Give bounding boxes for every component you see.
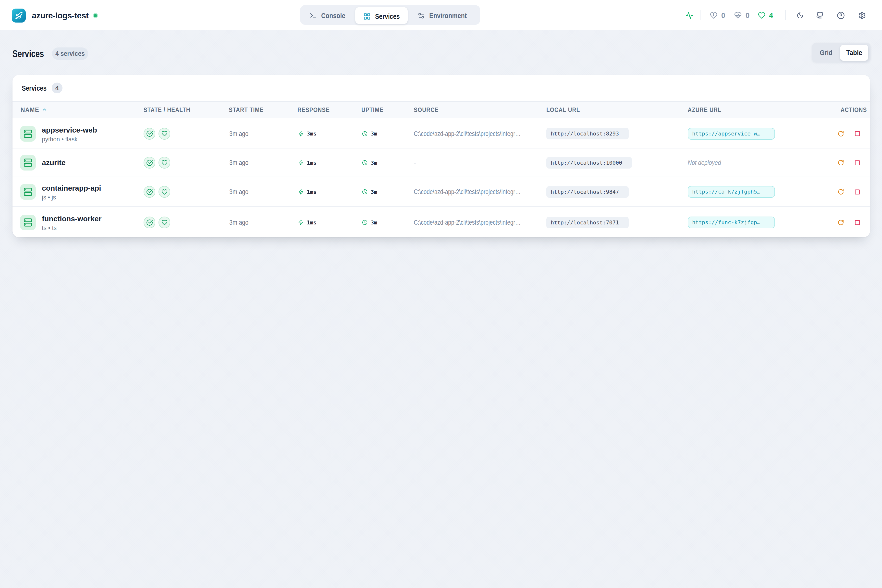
clock-icon [362, 220, 368, 225]
grid-view-button[interactable]: Grid [812, 48, 840, 57]
status-dot [93, 13, 98, 18]
server-icon [20, 214, 36, 230]
page-head: Services 4 services Grid Table [12, 43, 870, 63]
actions-cell [824, 219, 870, 226]
divider [786, 10, 786, 20]
state-running-icon [144, 128, 155, 140]
local-url-chip[interactable]: http://localhost:9847 [546, 186, 628, 198]
help-icon[interactable] [837, 12, 845, 20]
clock-icon [362, 131, 368, 136]
local-url-cell: http://localhost:8293 [546, 128, 688, 140]
stop-button[interactable] [854, 189, 861, 195]
uptime-value: 3m [370, 130, 377, 137]
azure-url-chip[interactable]: https://appservice-w… [688, 128, 775, 140]
response-value: 1ms [307, 189, 316, 195]
tab-label: Services [375, 12, 395, 21]
start-time-cell: 3m ago [229, 130, 297, 138]
service-name: functions-worker [42, 213, 101, 224]
stop-button[interactable] [854, 219, 861, 226]
local-url-chip[interactable]: http://localhost:10000 [546, 157, 632, 168]
column-header-actions: ACTIONS [824, 106, 870, 114]
page-title: Services [12, 48, 44, 59]
stop-button[interactable] [854, 160, 861, 166]
column-header-state[interactable]: STATE / HEALTH [144, 106, 229, 114]
local-url-cell: http://localhost:9847 [546, 186, 688, 198]
not-deployed-label: Not deployed [688, 159, 715, 166]
terminal-icon [309, 12, 317, 20]
restart-button[interactable] [838, 130, 844, 137]
column-header-start-time[interactable]: START TIME [229, 106, 297, 114]
table-view-button[interactable]: Table [840, 45, 868, 61]
column-header-name[interactable]: NAME [12, 106, 144, 114]
settings-icon[interactable] [858, 12, 866, 19]
activity-icon[interactable] [686, 12, 693, 19]
response-cell: 1ms [297, 160, 362, 166]
restart-button[interactable] [838, 219, 844, 226]
source-value: C:\code\azd-app-2\cli\tests\projects\int… [414, 130, 500, 138]
github-icon[interactable] [816, 12, 824, 19]
server-icon [20, 126, 36, 142]
response-value: 1ms [307, 160, 316, 166]
service-name: appservice-web [42, 125, 97, 135]
service-language-value: python • flask [42, 135, 75, 143]
start-time-value: 3m ago [230, 159, 245, 166]
view-toggle: Grid Table [812, 43, 871, 63]
tab-console[interactable]: Console [309, 5, 345, 25]
actions-cell [824, 130, 870, 137]
uptime-cell: 3m [362, 160, 414, 166]
tab-services[interactable]: Services [355, 7, 408, 24]
moon-icon[interactable] [797, 12, 804, 19]
sort-asc-icon [42, 107, 47, 112]
column-header-response[interactable]: RESPONSE [297, 106, 362, 114]
zap-icon [298, 220, 303, 225]
azure-url-chip[interactable]: https://func-k7zjfgp… [688, 217, 775, 228]
local-url-cell: http://localhost:10000 [546, 157, 688, 168]
service-name-cell: functions-worker ts • ts [12, 213, 144, 231]
state-health-cell [144, 186, 229, 198]
local-url-cell: http://localhost:7071 [546, 217, 688, 228]
service-name-cell: containerapp-api js • js [12, 183, 144, 201]
column-header-local-url[interactable]: LOCAL URL [546, 106, 688, 114]
state-health-cell [144, 217, 229, 228]
app-title: azure-logs-test [32, 11, 88, 20]
health-heart-icon [159, 186, 170, 198]
azure-url-chip[interactable]: https://ca-k7zjfgph5… [688, 186, 775, 198]
service-language-value: ts • ts [42, 224, 56, 231]
health-heart-icon [159, 217, 170, 228]
heart-crack-icon [710, 12, 718, 19]
service-name-cell: azurite [12, 155, 144, 171]
source-cell: C:\code\azd-app-2\cli\tests\projects\int… [414, 130, 546, 138]
stop-button[interactable] [854, 130, 861, 137]
brand: azure-logs-test [12, 0, 98, 30]
heart-icon [758, 12, 766, 19]
uptime-cell: 3m [362, 219, 414, 226]
top-bar: azure-logs-test Console Services Env [0, 0, 882, 30]
service-name-cell: appservice-web python • flask [12, 125, 144, 143]
service-row: containerapp-api js • js 3m ago [12, 176, 870, 207]
local-url-chip[interactable]: http://localhost:8293 [546, 128, 628, 140]
column-header-azure-url[interactable]: AZURE URL [688, 106, 824, 114]
azure-url-cell: https://ca-k7zjfgph5… [688, 186, 824, 198]
uptime-value: 3m [370, 189, 377, 195]
local-url-chip[interactable]: http://localhost:7071 [546, 217, 628, 228]
state-health-cell [144, 157, 229, 168]
card-header: Services 4 [12, 75, 870, 102]
rocket-icon [15, 12, 23, 20]
uptime-value: 3m [370, 160, 377, 166]
state-running-icon [144, 217, 155, 228]
response-value: 1ms [307, 219, 316, 226]
azure-url-cell: https://appservice-w… [688, 128, 824, 140]
health-heart-icon [159, 128, 170, 140]
state-running-icon [144, 157, 155, 168]
column-header-uptime[interactable]: UPTIME [362, 106, 414, 114]
tab-environment[interactable]: Environment [417, 5, 467, 25]
column-header-source[interactable]: SOURCE [414, 106, 546, 114]
response-value: 3ms [307, 130, 316, 137]
heart-count: 4 [769, 11, 773, 20]
tab-label: Environment [429, 12, 460, 20]
server-icon [20, 155, 36, 171]
restart-button[interactable] [838, 159, 844, 166]
service-language-value: js • js [42, 194, 55, 201]
restart-button[interactable] [838, 189, 844, 195]
start-time-cell: 3m ago [229, 159, 297, 166]
